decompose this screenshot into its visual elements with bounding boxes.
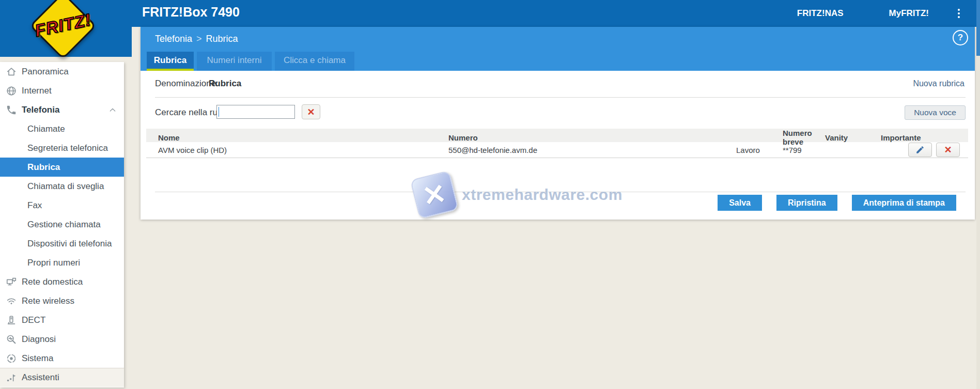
sidebar-item-propri-numeri[interactable]: Propri numeri <box>0 253 124 272</box>
sidebar-item-rete-wireless[interactable]: Rete wireless <box>0 291 124 310</box>
help-icon[interactable]: ? <box>953 30 968 45</box>
new-phonebook-link[interactable]: Nuova rubrica <box>913 79 965 88</box>
page-scrollbar[interactable] <box>976 0 980 389</box>
entry-number-type: Lavoro <box>728 146 777 154</box>
print-preview-button[interactable]: Anteprima di stampa <box>852 195 956 211</box>
text-cursor <box>219 107 219 117</box>
diagnosis-icon <box>6 334 17 345</box>
globe-icon <box>6 85 17 97</box>
breadcrumb-rubrica[interactable]: Rubrica <box>206 34 238 44</box>
phonebook-table: Nome Numero Numero breve Vanity Importan… <box>146 129 968 158</box>
entry-actions: ✕ <box>876 143 968 157</box>
watermark-text: xtremehardware.com <box>462 186 623 204</box>
entry-short-number: **799 <box>777 146 824 154</box>
sidebar-item-rubrica[interactable]: Rubrica <box>0 158 124 177</box>
entry-name: AVM voice clip (HD) <box>146 146 448 154</box>
wifi-icon <box>6 295 17 307</box>
home-network-icon <box>6 276 17 288</box>
tab-rubrica[interactable]: Rubrica <box>147 52 194 71</box>
fritzbox-admin-page: FRITZ!Box 7490 FRITZ!NAS MyFRITZ! FRITZ!… <box>0 0 980 389</box>
sidebar-item-sistema[interactable]: Sistema <box>0 349 124 368</box>
sidebar: Panoramica Internet Telefonia Chiamate S… <box>0 62 124 387</box>
sidebar-item-gestione-chiamata[interactable]: Gestione chiamata <box>0 215 124 234</box>
tab-bar: Rubrica Numeri interni Clicca e chiama <box>147 52 354 71</box>
delete-entry-button[interactable]: ✕ <box>936 143 960 157</box>
watermark: ✕ xtremehardware.com <box>414 175 623 215</box>
house-icon <box>6 66 17 77</box>
pencil-icon <box>915 145 925 154</box>
column-header-numero: Numero <box>448 133 728 142</box>
myfritz-link[interactable]: MyFRITZ! <box>889 8 929 19</box>
save-button[interactable]: Salva <box>718 195 762 211</box>
breadcrumb-separator: > <box>196 34 202 44</box>
reset-button[interactable]: Ripristina <box>776 195 837 211</box>
new-entry-button[interactable]: Nuova voce <box>905 105 966 120</box>
chevron-up-icon <box>108 106 117 117</box>
system-icon <box>6 353 17 364</box>
breadcrumb-tab-band: Telefonia>Rubrica ? Rubrica Numeri inter… <box>141 27 975 71</box>
breadcrumb-telefonia[interactable]: Telefonia <box>155 34 192 44</box>
sidebar-item-chiamata-di-sveglia[interactable]: Chiamata di sveglia <box>0 177 124 196</box>
column-header-numero-breve: Numero breve <box>777 129 824 146</box>
sidebar-item-dect[interactable]: DECT <box>0 310 124 330</box>
tab-numeri-interni[interactable]: Numeri interni <box>197 52 272 71</box>
wizard-icon <box>6 372 17 383</box>
denominazione-value: Rubrica <box>209 79 241 89</box>
entry-number: 550@hd-telefonie.avm.de <box>448 146 728 154</box>
clear-search-button[interactable]: ✕ <box>302 104 320 119</box>
sidebar-item-segreteria-telefonica[interactable]: Segreteria telefonica <box>0 138 124 158</box>
dect-phone-icon <box>6 315 17 326</box>
sidebar-item-chiamate[interactable]: Chiamate <box>0 119 124 138</box>
sidebar-item-rete-domestica[interactable]: Rete domestica <box>0 272 124 291</box>
column-header-importante: Importante <box>876 133 968 142</box>
sidebar-item-fax[interactable]: Fax <box>0 196 124 215</box>
header-nav: FRITZ!NAS MyFRITZ! <box>797 0 962 27</box>
sidebar-item-dispositivi-di-telefonia[interactable]: Dispositivi di telefonia <box>0 234 124 253</box>
page-title: FRITZ!Box 7490 <box>142 5 240 20</box>
watermark-x-icon: ✕ <box>420 177 449 213</box>
action-buttons: Salva Ripristina Anteprima di stampa <box>718 195 956 211</box>
column-header-nome: Nome <box>146 133 448 142</box>
column-header-vanity: Vanity <box>824 133 876 142</box>
breadcrumb: Telefonia>Rubrica <box>155 34 238 44</box>
sidebar-item-internet[interactable]: Internet <box>0 81 124 100</box>
phone-icon <box>6 104 17 116</box>
search-input[interactable] <box>216 105 295 119</box>
top-header-bar: FRITZ!Box 7490 FRITZ!NAS MyFRITZ! <box>0 0 980 27</box>
tab-clicca-e-chiama[interactable]: Clicca e chiama <box>275 52 354 71</box>
table-row: AVM voice clip (HD) 550@hd-telefonie.avm… <box>146 142 968 158</box>
sidebar-item-diagnosi[interactable]: Diagnosi <box>0 330 124 349</box>
overflow-menu-icon[interactable] <box>956 7 962 20</box>
edit-entry-button[interactable] <box>908 143 932 157</box>
sidebar-item-assistenti[interactable]: Assistenti <box>0 368 124 387</box>
sidebar-item-panoramica[interactable]: Panoramica <box>0 62 124 81</box>
watermark-x-badge: ✕ <box>410 170 459 220</box>
content-card: Telefonia>Rubrica ? Rubrica Numeri inter… <box>141 27 975 220</box>
fritznas-link[interactable]: FRITZ!NAS <box>797 8 844 19</box>
table-header-row: Nome Numero Numero breve Vanity Importan… <box>146 129 968 142</box>
sidebar-item-telefonia[interactable]: Telefonia <box>0 100 124 119</box>
divider <box>155 97 966 98</box>
logo-area: FRITZ! <box>0 0 132 57</box>
scrollbar-thumb[interactable] <box>976 0 980 56</box>
